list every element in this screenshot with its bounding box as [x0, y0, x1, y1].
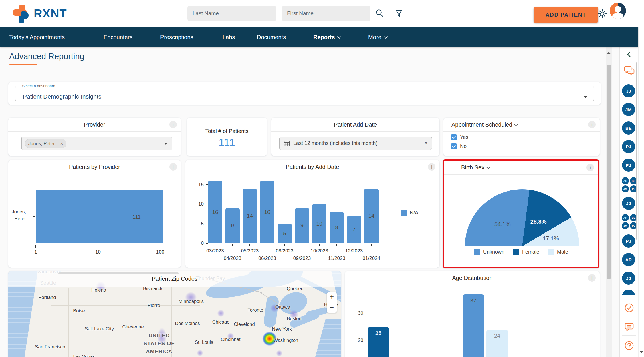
page-title: Advanced Reporting [9, 52, 84, 61]
provider-chip[interactable]: Jones, Peter × [25, 139, 66, 148]
clear-date-icon[interactable]: × [424, 140, 427, 146]
x-tick [354, 244, 354, 246]
nav-item-prescriptions[interactable]: Prescriptions [160, 27, 193, 47]
birth-sex-card: Birth Sex i 54.1%28.8%17.1% UnknownFemal… [443, 159, 599, 268]
filter-icon[interactable] [393, 8, 404, 19]
info-icon[interactable]: i [169, 121, 177, 128]
collapse-chevron-left-icon[interactable] [626, 51, 632, 57]
chevron-down-icon [384, 35, 388, 39]
x-tick-label: 11/2023 [325, 256, 348, 261]
bar-value-label: 7 [352, 226, 356, 233]
tasks-check-icon[interactable] [623, 302, 635, 314]
bar-value-label: 14 [368, 213, 374, 219]
zoom-out-button[interactable]: − [327, 302, 337, 312]
main-content: Advanced Reporting Select a dashboard Pa… [0, 47, 607, 357]
sidebar-avatar[interactable]: JM [622, 103, 635, 116]
info-icon[interactable]: i [428, 163, 435, 171]
sidebar-avatar-mini[interactable]: JM [622, 222, 629, 229]
map-heat-blob [216, 309, 225, 318]
check-icon [452, 144, 456, 148]
birth-sex-title[interactable]: Birth Sex [461, 164, 490, 171]
messages-icon[interactable] [623, 65, 635, 76]
page-scrollbar[interactable] [638, 0, 644, 357]
sidebar-avatar[interactable]: PJ [622, 140, 635, 153]
info-icon[interactable]: i [169, 163, 177, 171]
date-range-field[interactable]: Last 12 months (includes this month) × [279, 137, 432, 150]
nav-item-encounters[interactable]: Encounters [104, 27, 132, 47]
info-icon[interactable]: i [588, 121, 596, 128]
legend-label: Unknown [483, 249, 504, 255]
first-name-input[interactable] [282, 6, 370, 21]
legend-item: Male [548, 249, 568, 255]
sidebar-avatar-partial[interactable] [622, 290, 635, 295]
age-distribution-title: Age Distribution [345, 275, 600, 281]
patients-by-provider-card: Patients by Provider i 111Jones,Peter110… [8, 160, 181, 268]
content-scrollbar-thumb[interactable] [607, 65, 611, 279]
x-tick [98, 245, 98, 248]
nav-item-labs[interactable]: Labs [223, 27, 235, 47]
sidebar-avatar-mini[interactable]: AR [622, 177, 629, 184]
checkbox-yes[interactable] [451, 134, 457, 140]
map-city-label: Cleveland [234, 322, 255, 327]
sidebar-avatar[interactable]: JJ [622, 197, 635, 210]
legend-label: Male [557, 249, 568, 255]
sidebar-avatar[interactable]: PJ [622, 159, 635, 172]
bar-value-label: 14 [247, 213, 253, 219]
map-city-label: Helena [91, 287, 106, 293]
sidebar-avatar[interactable]: PJ [622, 234, 635, 248]
nav-item-more[interactable]: More [368, 27, 387, 47]
sidebar-scrollbar-thumb[interactable] [636, 62, 637, 240]
y-tick [206, 204, 208, 204]
x-tick-label: 01/2024 [360, 256, 383, 261]
chat-icon[interactable] [623, 321, 635, 332]
nav-item-reports[interactable]: Reports [313, 27, 341, 47]
legend-item: Female [513, 249, 539, 255]
title-accent [9, 64, 37, 65]
help-icon[interactable] [623, 340, 635, 351]
nav-item-documents[interactable]: Documents [257, 27, 286, 47]
search-icon[interactable] [374, 8, 385, 19]
bar-value-label: 37 [470, 298, 476, 304]
scroll-up-icon[interactable] [607, 52, 611, 54]
appointment-scheduled-title[interactable]: Appointment Scheduled [451, 121, 517, 128]
y-tick-label: 5 [191, 221, 204, 227]
sidebar-avatar-mini[interactable]: AR [622, 214, 629, 221]
content-scrollbar[interactable] [606, 47, 612, 357]
x-tick [302, 244, 302, 246]
rxnt-logo-icon [13, 4, 31, 23]
info-icon[interactable]: i [588, 274, 596, 282]
checkbox-no[interactable] [451, 143, 457, 149]
map-city-label: Ottawa [275, 304, 290, 310]
info-icon[interactable]: i [586, 164, 594, 171]
nav-item-today-s-appointments[interactable]: Today's Appointments [9, 27, 65, 47]
top-bar: RXNT ADD PATIENT [0, 0, 644, 27]
map-city-label: Chicago [212, 319, 230, 325]
last-name-input[interactable] [187, 6, 276, 21]
bar-value-label: 10 [316, 221, 322, 227]
legend-label: Female [522, 249, 539, 255]
chip-remove-icon[interactable]: × [60, 141, 63, 146]
sidebar-avatar-mini[interactable]: JM [622, 185, 629, 192]
provider-select[interactable]: Jones, Peter × [21, 137, 172, 150]
zoom-in-button[interactable]: + [327, 292, 337, 302]
bar-value-label: 16 [212, 209, 218, 215]
scroll-down-icon[interactable] [640, 351, 643, 353]
y-tick-label: 0 [191, 240, 204, 246]
settings-gear-icon[interactable] [596, 7, 609, 20]
country-label-line: AMERICA [146, 348, 172, 355]
add-patient-button[interactable]: ADD PATIENT [534, 7, 598, 23]
bar-value-label: 24 [494, 333, 500, 339]
map-heat-blob [275, 349, 283, 357]
sidebar-avatar[interactable]: BE [622, 121, 635, 135]
x-tick [35, 245, 36, 248]
map-city-label: Pierre [148, 303, 160, 308]
birth-sex-pie-chart [465, 189, 579, 246]
chart-legend: N/A [401, 210, 418, 216]
sidebar-avatar[interactable]: AR [622, 253, 635, 266]
user-avatar[interactable] [610, 3, 626, 19]
dashboard-select[interactable]: Select a dashboard Patient Demographic I… [15, 84, 594, 101]
advanced-reporting-page: RXNT ADD PATIENT Today's AppointmentsEnc [0, 0, 644, 357]
sidebar-avatar[interactable]: JJ [622, 272, 635, 285]
sidebar-avatar[interactable]: JJ [622, 84, 635, 97]
dashboard-select-label: Select a dashboard [20, 84, 57, 88]
